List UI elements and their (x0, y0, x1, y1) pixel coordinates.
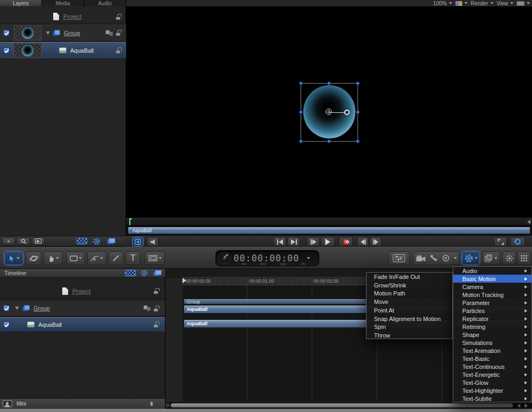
selection-handle[interactable] (356, 110, 360, 114)
loop-playback-button[interactable] (510, 237, 525, 246)
chevron-down-icon[interactable] (454, 257, 457, 259)
scrollbar-zoom-button[interactable] (166, 403, 169, 407)
timeline-row-project[interactable]: Project (0, 283, 165, 299)
text-tool[interactable]: T (126, 251, 140, 265)
menu-item-text-animation[interactable]: Text Animation (453, 347, 531, 355)
group-activation-checkbox[interactable] (3, 30, 10, 36)
shape-tool[interactable] (66, 251, 85, 265)
gear-icon[interactable] (140, 269, 148, 277)
playhead-marker[interactable] (129, 218, 130, 225)
menu-item-parameter[interactable]: Parameter (453, 299, 531, 307)
submenu-item-snap-alignment[interactable]: Snap Alignment to Motion (367, 315, 452, 323)
submenu-item-grow-shrink[interactable]: Grow/Shrink (367, 281, 452, 290)
selection-handle[interactable] (356, 81, 360, 85)
submenu-item-spin[interactable]: Spin (367, 323, 452, 332)
menu-item-motion-tracking[interactable]: Motion Tracking (453, 291, 531, 299)
disclosure-triangle-icon[interactable] (46, 31, 50, 35)
view-dropdown[interactable]: View (497, 1, 514, 6)
selection-handle[interactable] (327, 139, 331, 143)
display-dropdown[interactable] (517, 1, 530, 6)
light-icon[interactable] (430, 254, 438, 262)
canvas[interactable] (126, 6, 532, 217)
checkerboard-icon[interactable] (77, 238, 87, 244)
menu-item-text-energetic[interactable]: Text-Energetic (453, 370, 531, 378)
selection-handle[interactable] (356, 139, 360, 143)
selection-handle[interactable] (299, 110, 303, 114)
step-forward-button[interactable] (370, 237, 381, 246)
lock-icon[interactable] (116, 14, 122, 20)
layers-icon[interactable] (107, 238, 115, 244)
aquaball-activation-checkbox[interactable] (3, 322, 10, 328)
timecode-display[interactable]: 00:00:00:00 HRMINSECFR (215, 250, 319, 266)
menu-item-shape[interactable]: Shape (453, 331, 531, 339)
tab-media[interactable]: Media (42, 0, 84, 6)
go-to-end-button[interactable] (287, 237, 300, 246)
selection-handle[interactable] (327, 81, 331, 85)
project-pane-button[interactable] (32, 237, 45, 245)
menu-item-text-basic[interactable]: Text-Basic (453, 355, 531, 362)
orbit-tool[interactable] (26, 251, 41, 265)
make-particles-button[interactable] (502, 251, 516, 265)
range-end-marker[interactable] (527, 220, 530, 224)
menu-item-basic-motion[interactable]: Basic Motion (453, 275, 531, 283)
submenu-item-move[interactable]: Move (367, 298, 452, 306)
blend-mode-icon[interactable] (106, 30, 113, 36)
group-activation-checkbox[interactable] (3, 305, 10, 311)
go-to-start-button[interactable] (273, 237, 286, 246)
layer-row-project[interactable]: Project (0, 10, 126, 24)
menu-item-camera[interactable]: Camera (453, 283, 531, 291)
menu-item-text-subtle[interactable]: Text-Subtle (453, 394, 531, 402)
camera-icon[interactable] (416, 255, 426, 262)
pan-tool[interactable] (44, 251, 63, 265)
search-button[interactable] (17, 237, 30, 245)
gear-icon[interactable] (93, 237, 101, 245)
menu-item-text-glow[interactable]: Text-Glow (453, 378, 531, 386)
audio-mute-button[interactable] (147, 237, 159, 246)
pen-tool[interactable] (87, 251, 106, 265)
submenu-item-throw[interactable]: Throw (367, 331, 452, 340)
submenu-item-point-at[interactable]: Point At (367, 306, 452, 315)
lock-icon[interactable] (116, 47, 122, 53)
submenu-item-fade[interactable]: Fade In/Fade Out (367, 273, 452, 281)
submenu-item-motion-path[interactable]: Motion Path (367, 290, 452, 298)
generator-icon[interactable] (442, 254, 450, 262)
menu-item-text-highlighter[interactable]: Text-Highlighter (453, 386, 531, 394)
checkerboard-icon[interactable] (125, 270, 136, 276)
play-from-start-button[interactable] (307, 237, 320, 246)
lock-icon[interactable] (116, 30, 122, 36)
menu-item-particles[interactable]: Particles (453, 307, 531, 315)
blend-mode-icon[interactable] (144, 306, 151, 311)
mini-timeline-clip[interactable]: AquaBall (128, 227, 530, 234)
tab-layers[interactable]: Layers (0, 0, 42, 6)
lock-icon[interactable] (154, 306, 160, 311)
mask-tool[interactable] (145, 251, 165, 265)
select-tool[interactable] (4, 251, 23, 265)
scroll-left-arrow-icon[interactable] (517, 403, 520, 408)
stepper-icon[interactable] (150, 401, 153, 406)
render-dropdown[interactable]: Render (471, 1, 494, 6)
timeline-scrollbar[interactable] (165, 401, 532, 409)
add-object-button[interactable]: + (2, 237, 15, 245)
line-tool[interactable] (109, 251, 123, 265)
timeline-zoom-preset-dropdown[interactable]: Mini (0, 398, 165, 409)
menu-item-audio[interactable]: Audio (453, 267, 531, 275)
menu-item-text-continuous[interactable]: Text-Continuous (453, 362, 531, 370)
replicate-button[interactable] (517, 251, 531, 265)
disclosure-triangle-icon[interactable] (15, 307, 19, 310)
zoom-level-dropdown[interactable]: 100% (433, 1, 452, 6)
mini-timeline-scrubber[interactable] (126, 217, 532, 226)
menu-item-simulations[interactable]: Simulations (453, 339, 531, 347)
scroll-right-arrow-icon[interactable] (525, 403, 528, 408)
step-back-button[interactable] (357, 237, 369, 246)
selection-handle[interactable] (299, 139, 303, 143)
play-button[interactable] (321, 237, 335, 246)
aquaball-activation-checkbox[interactable] (3, 47, 10, 54)
hud-button[interactable] (388, 251, 410, 265)
selection-handle[interactable] (299, 81, 303, 85)
anchor-point[interactable] (326, 109, 332, 115)
lock-icon[interactable] (154, 288, 160, 294)
color-channels-dropdown[interactable] (455, 1, 468, 6)
rotation-handle[interactable] (344, 110, 350, 115)
timeline-row-aquaball[interactable]: AquaBall (0, 317, 165, 332)
menu-item-retiming[interactable]: Retiming (453, 323, 531, 331)
